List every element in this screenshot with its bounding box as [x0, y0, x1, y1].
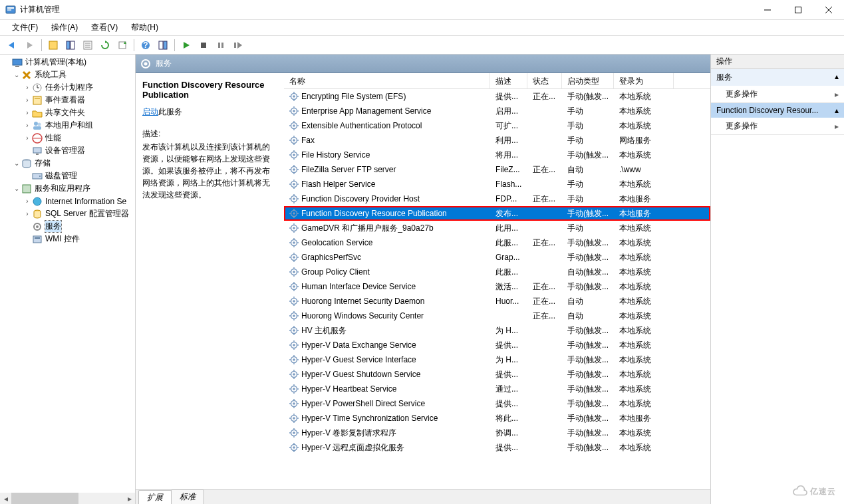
- tree-task-scheduler[interactable]: › 任务计划程序: [0, 81, 135, 94]
- scroll-right-icon[interactable]: ▸: [124, 493, 135, 504]
- service-row[interactable]: Human Interface Device Service激活...正在...…: [284, 279, 710, 294]
- horizontal-scrollbar[interactable]: ◂ ▸: [0, 493, 135, 504]
- service-row[interactable]: GraphicsPerfSvcGrap...手动(触发...本地系统: [284, 250, 710, 265]
- col-logon[interactable]: 登录为: [614, 73, 674, 88]
- expander-icon[interactable]: ⌄: [12, 160, 21, 167]
- action-more-services[interactable]: 更多操作 ▸: [711, 86, 844, 102]
- nav-back-button[interactable]: [5, 38, 21, 53]
- service-row[interactable]: Function Discovery Resource Publication发…: [284, 206, 710, 221]
- service-row[interactable]: GameDVR 和广播用户服务_9a0a27b此用...手动本地系统: [284, 221, 710, 235]
- tree-local-users[interactable]: › 本地用户和组: [0, 119, 135, 132]
- service-row[interactable]: Encrypting File System (EFS)提供...正在...手动…: [284, 89, 710, 104]
- service-row[interactable]: Hyper-V PowerShell Direct Service提供...手动…: [284, 396, 710, 411]
- expander-icon[interactable]: ⌄: [12, 71, 21, 78]
- refresh-button[interactable]: [97, 38, 113, 53]
- pause-service-button[interactable]: [213, 38, 229, 53]
- tree-services[interactable]: 服务: [0, 220, 135, 233]
- col-desc[interactable]: 描述: [490, 73, 527, 88]
- service-name: Hyper-V Data Exchange Service: [301, 340, 416, 350]
- service-row[interactable]: Extensible Authentication Protocol可扩...手…: [284, 118, 710, 133]
- svg-rect-38: [33, 126, 41, 130]
- service-row[interactable]: FileZilla Server FTP serverFileZ...正在...…: [284, 162, 710, 177]
- tree-wmi[interactable]: WMI 控件: [0, 233, 135, 245]
- show-hide-action-button[interactable]: [155, 38, 171, 53]
- cell-logon: 本地系统: [614, 223, 674, 234]
- service-row[interactable]: Flash Helper ServiceFlash...手动本地系统: [284, 177, 710, 191]
- restart-service-button[interactable]: [230, 38, 246, 53]
- scroll-left-icon[interactable]: ◂: [0, 493, 11, 504]
- tree-system-tools[interactable]: ⌄ 系统工具: [0, 68, 135, 81]
- export-list-button[interactable]: [80, 38, 96, 53]
- service-row[interactable]: Geolocation Service此服...正在...手动(触发...本地系…: [284, 235, 710, 250]
- expander-icon[interactable]: ›: [23, 122, 32, 129]
- action-section-header-selected[interactable]: Function Discovery Resour... ▴: [711, 103, 844, 118]
- service-name: Human Interface Device Service: [301, 282, 416, 291]
- menu-action[interactable]: 操作(A): [45, 20, 84, 35]
- expander-icon[interactable]: ›: [23, 96, 32, 104]
- service-row[interactable]: Enterprise App Management Service启用...手动…: [284, 104, 710, 118]
- cell-state: 正在...: [527, 311, 562, 322]
- expander-icon[interactable]: ⌄: [12, 185, 21, 192]
- col-state[interactable]: 状态: [527, 73, 562, 88]
- tree-storage[interactable]: ⌄ 存储: [0, 157, 135, 170]
- expander-icon[interactable]: ›: [23, 134, 32, 142]
- action-more-selected[interactable]: 更多操作 ▸: [711, 118, 844, 134]
- tree-disk-management[interactable]: 磁盘管理: [0, 170, 135, 182]
- cell-logon: 本地系统: [614, 150, 674, 161]
- tree-pane[interactable]: 计算机管理(本地) ⌄ 系统工具 › 任务计划程序 › 事件查看器 › 共享文件…: [0, 55, 136, 504]
- service-row[interactable]: File History Service将用...手动(触发...本地系统: [284, 148, 710, 162]
- service-row[interactable]: Hyper-V Guest Service Interface为 H...手动(…: [284, 352, 710, 367]
- maximize-button[interactable]: [783, 0, 813, 20]
- list-body[interactable]: Encrypting File System (EFS)提供...正在...手动…: [284, 89, 710, 489]
- tree-services-apps[interactable]: ⌄ 服务和应用程序: [0, 182, 135, 195]
- close-button[interactable]: [813, 0, 844, 20]
- tree-root[interactable]: 计算机管理(本地): [0, 56, 135, 68]
- tree-device-manager[interactable]: 设备管理器: [0, 144, 135, 157]
- col-name[interactable]: 名称: [284, 73, 490, 88]
- tree-sql-server[interactable]: › SQL Server 配置管理器: [0, 207, 135, 220]
- service-row[interactable]: Hyper-V Data Exchange Service提供...手动(触发.…: [284, 338, 710, 352]
- help-button[interactable]: ?: [138, 38, 154, 53]
- col-start[interactable]: 启动类型: [562, 73, 614, 88]
- menu-file[interactable]: 文件(F): [5, 20, 45, 35]
- tree-shared-folders[interactable]: › 共享文件夹: [0, 106, 135, 119]
- service-row[interactable]: Function Discovery Provider HostFDP...正在…: [284, 191, 710, 206]
- service-row[interactable]: Hyper-V 远程桌面虚拟化服务提供...手动(触发...本地系统: [284, 440, 710, 455]
- start-service-link[interactable]: 启动: [142, 107, 158, 116]
- tab-standard[interactable]: 标准: [171, 489, 204, 504]
- menu-help[interactable]: 帮助(H): [124, 20, 165, 35]
- show-hide-tree-button[interactable]: [45, 38, 61, 53]
- menu-view[interactable]: 查看(V): [84, 20, 124, 35]
- cell-logon: 本地系统: [614, 325, 674, 336]
- expander-icon[interactable]: ›: [23, 210, 32, 217]
- tree-iis[interactable]: › Internet Information Se: [0, 195, 135, 207]
- action-section-header-services[interactable]: 服务 ▴: [711, 69, 844, 86]
- service-row[interactable]: Huorong Internet Security DaemonHuor...正…: [284, 294, 710, 309]
- expander-icon[interactable]: ›: [23, 84, 32, 91]
- service-row[interactable]: Fax利用...手动网络服务: [284, 133, 710, 148]
- expander-icon[interactable]: ›: [23, 109, 32, 116]
- cell-name: Extensible Authentication Protocol: [284, 121, 490, 130]
- service-row[interactable]: Hyper-V Guest Shutdown Service提供...手动(触发…: [284, 367, 710, 382]
- service-name: Function Discovery Provider Host: [301, 194, 420, 203]
- cell-desc: 此用...: [490, 223, 527, 234]
- service-row[interactable]: Hyper-V Heartbeat Service通过...手动(触发...本地…: [284, 382, 710, 396]
- export-button[interactable]: [114, 38, 130, 53]
- stop-service-button[interactable]: [196, 38, 211, 53]
- service-row[interactable]: Hyper-V Time Synchronization Service将此..…: [284, 411, 710, 426]
- svg-rect-29: [13, 59, 22, 65]
- start-service-button[interactable]: [178, 38, 194, 53]
- tree-event-viewer[interactable]: › 事件查看器: [0, 94, 135, 106]
- window-root: 计算机管理 文件(F) 操作(A) 查看(V) 帮助(H) ?: [0, 0, 844, 504]
- tab-extended[interactable]: 扩展: [138, 490, 172, 504]
- service-row[interactable]: HV 主机服务为 H...手动(触发...本地系统: [284, 323, 710, 338]
- properties-button[interactable]: [63, 38, 78, 53]
- tree-performance[interactable]: › 性能: [0, 132, 135, 144]
- nav-forward-button[interactable]: [22, 38, 38, 53]
- expander-icon[interactable]: ›: [23, 197, 32, 205]
- minimize-button[interactable]: [752, 0, 783, 20]
- service-row[interactable]: Group Policy Client此服...自动(触发...本地系统: [284, 265, 710, 279]
- service-row[interactable]: Huorong Windows Security Center正在...自动本地…: [284, 309, 710, 323]
- service-row[interactable]: Hyper-V 卷影复制请求程序协调...手动(触发...本地系统: [284, 426, 710, 440]
- cell-start: 手动(触发...: [562, 252, 614, 263]
